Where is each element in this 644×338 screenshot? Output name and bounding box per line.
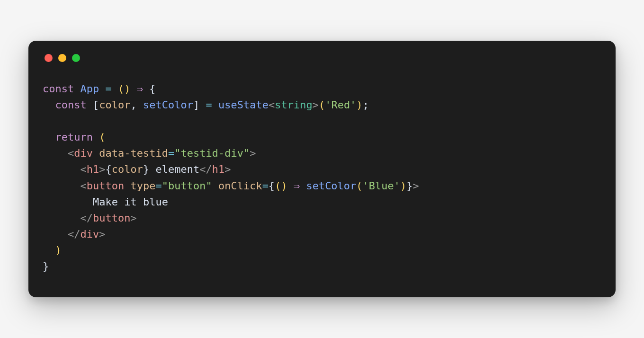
- code-line-9: </button>: [43, 212, 137, 224]
- code-line-2: const [color, setColor] = useState<strin…: [43, 99, 369, 111]
- code-line-4: return (: [43, 131, 105, 143]
- close-button[interactable]: [45, 54, 53, 62]
- code-line-12: }: [43, 260, 49, 272]
- code-line-11: ): [43, 244, 62, 256]
- code-block: const App = () ⇒ { const [color, setColo…: [43, 81, 601, 275]
- code-line-7: <button type="button" onClick={() ⇒ setC…: [43, 180, 419, 192]
- code-line-10: </div>: [43, 228, 105, 240]
- code-line-6: <h1>{color} element</h1>: [43, 163, 231, 175]
- code-line-8: Make it blue: [43, 196, 168, 208]
- code-line-5: <div data-testid="testid-div">: [43, 147, 256, 159]
- code-window: const App = () ⇒ { const [color, setColo…: [28, 41, 616, 297]
- traffic-lights: [45, 54, 601, 62]
- minimize-button[interactable]: [58, 54, 66, 62]
- code-line-1: const App = () ⇒ {: [43, 83, 155, 95]
- maximize-button[interactable]: [72, 54, 80, 62]
